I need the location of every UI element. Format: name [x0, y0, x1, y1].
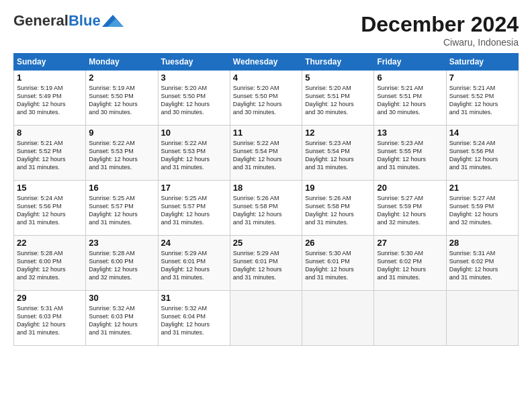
day-number: 14: [449, 128, 515, 138]
table-row: 24Sunrise: 5:29 AM Sunset: 6:01 PM Dayli…: [158, 236, 230, 291]
week-row-5: 29Sunrise: 5:31 AM Sunset: 6:03 PM Dayli…: [14, 291, 519, 346]
cell-text: Sunrise: 5:23 AM Sunset: 5:54 PM Dayligh…: [305, 139, 371, 172]
table-row: [374, 291, 446, 346]
cell-text: Sunrise: 5:30 AM Sunset: 6:02 PM Dayligh…: [377, 249, 443, 282]
table-row: [302, 291, 374, 346]
day-number: 12: [305, 128, 371, 138]
location: Ciwaru, Indonesia: [361, 37, 519, 48]
day-number: 22: [17, 238, 83, 248]
table-row: 17Sunrise: 5:25 AM Sunset: 5:57 PM Dayli…: [158, 181, 230, 236]
table-row: 9Sunrise: 5:22 AM Sunset: 5:53 PM Daylig…: [86, 126, 158, 181]
day-number: 26: [305, 238, 371, 248]
day-number: 18: [233, 183, 299, 193]
table-row: 16Sunrise: 5:25 AM Sunset: 5:57 PM Dayli…: [86, 181, 158, 236]
cell-text: Sunrise: 5:26 AM Sunset: 5:58 PM Dayligh…: [305, 194, 371, 227]
table-row: 7Sunrise: 5:21 AM Sunset: 5:52 PM Daylig…: [446, 71, 518, 126]
week-row-4: 22Sunrise: 5:28 AM Sunset: 6:00 PM Dayli…: [14, 236, 519, 291]
table-row: 15Sunrise: 5:24 AM Sunset: 5:56 PM Dayli…: [14, 181, 86, 236]
calendar: SundayMondayTuesdayWednesdayThursdayFrid…: [13, 53, 519, 346]
month-title: December 2024: [361, 12, 519, 37]
cell-text: Sunrise: 5:21 AM Sunset: 5:51 PM Dayligh…: [377, 84, 443, 117]
day-number: 23: [89, 238, 154, 248]
cell-text: Sunrise: 5:31 AM Sunset: 6:03 PM Dayligh…: [17, 304, 83, 337]
table-row: 19Sunrise: 5:26 AM Sunset: 5:58 PM Dayli…: [302, 181, 374, 236]
table-row: 3Sunrise: 5:20 AM Sunset: 5:50 PM Daylig…: [158, 71, 230, 126]
table-row: 29Sunrise: 5:31 AM Sunset: 6:03 PM Dayli…: [14, 291, 86, 346]
day-number: 20: [377, 183, 443, 193]
day-number: 11: [233, 128, 299, 138]
calendar-body: 1Sunrise: 5:19 AM Sunset: 5:49 PM Daylig…: [14, 71, 519, 346]
day-number: 16: [89, 183, 154, 193]
cell-text: Sunrise: 5:27 AM Sunset: 5:59 PM Dayligh…: [449, 194, 515, 227]
logo: GeneralBlue: [13, 12, 124, 30]
cell-text: Sunrise: 5:22 AM Sunset: 5:54 PM Dayligh…: [233, 139, 299, 172]
table-row: 12Sunrise: 5:23 AM Sunset: 5:54 PM Dayli…: [302, 126, 374, 181]
day-number: 31: [161, 293, 227, 303]
cell-text: Sunrise: 5:24 AM Sunset: 5:56 PM Dayligh…: [449, 139, 515, 172]
weekday-friday: Friday: [374, 54, 446, 71]
cell-text: Sunrise: 5:32 AM Sunset: 6:04 PM Dayligh…: [161, 304, 227, 337]
table-row: 8Sunrise: 5:21 AM Sunset: 5:52 PM Daylig…: [14, 126, 86, 181]
cell-text: Sunrise: 5:25 AM Sunset: 5:57 PM Dayligh…: [161, 194, 227, 227]
logo-text: GeneralBlue: [13, 12, 101, 30]
day-number: 10: [161, 128, 227, 138]
day-number: 3: [161, 73, 227, 83]
day-number: 17: [161, 183, 227, 193]
day-number: 2: [89, 73, 154, 83]
cell-text: Sunrise: 5:20 AM Sunset: 5:50 PM Dayligh…: [161, 84, 227, 117]
day-number: 6: [377, 73, 443, 83]
table-row: 27Sunrise: 5:30 AM Sunset: 6:02 PM Dayli…: [374, 236, 446, 291]
cell-text: Sunrise: 5:22 AM Sunset: 5:53 PM Dayligh…: [161, 139, 227, 172]
day-number: 15: [17, 183, 83, 193]
cell-text: Sunrise: 5:28 AM Sunset: 6:00 PM Dayligh…: [89, 249, 154, 282]
table-row: [230, 291, 302, 346]
day-number: 24: [161, 238, 227, 248]
cell-text: Sunrise: 5:29 AM Sunset: 6:01 PM Dayligh…: [233, 249, 299, 282]
header: GeneralBlue December 2024 Ciwaru, Indone…: [13, 12, 519, 48]
table-row: 20Sunrise: 5:27 AM Sunset: 5:59 PM Dayli…: [374, 181, 446, 236]
cell-text: Sunrise: 5:28 AM Sunset: 6:00 PM Dayligh…: [17, 249, 83, 282]
day-number: 9: [89, 128, 154, 138]
table-row: 11Sunrise: 5:22 AM Sunset: 5:54 PM Dayli…: [230, 126, 302, 181]
table-row: 14Sunrise: 5:24 AM Sunset: 5:56 PM Dayli…: [446, 126, 518, 181]
weekday-header-row: SundayMondayTuesdayWednesdayThursdayFrid…: [14, 54, 519, 71]
day-number: 29: [17, 293, 83, 303]
day-number: 27: [377, 238, 443, 248]
day-number: 8: [17, 128, 83, 138]
day-number: 1: [17, 73, 83, 83]
day-number: 7: [449, 73, 515, 83]
table-row: 21Sunrise: 5:27 AM Sunset: 5:59 PM Dayli…: [446, 181, 518, 236]
cell-text: Sunrise: 5:21 AM Sunset: 5:52 PM Dayligh…: [449, 84, 515, 117]
weekday-saturday: Saturday: [446, 54, 518, 71]
table-row: 1Sunrise: 5:19 AM Sunset: 5:49 PM Daylig…: [14, 71, 86, 126]
weekday-monday: Monday: [86, 54, 158, 71]
table-row: 25Sunrise: 5:29 AM Sunset: 6:01 PM Dayli…: [230, 236, 302, 291]
day-number: 28: [449, 238, 515, 248]
cell-text: Sunrise: 5:26 AM Sunset: 5:58 PM Dayligh…: [233, 194, 299, 227]
page: GeneralBlue December 2024 Ciwaru, Indone…: [0, 0, 532, 411]
day-number: 13: [377, 128, 443, 138]
table-row: 26Sunrise: 5:30 AM Sunset: 6:01 PM Dayli…: [302, 236, 374, 291]
day-number: 30: [89, 293, 154, 303]
day-number: 4: [233, 73, 299, 83]
table-row: 5Sunrise: 5:20 AM Sunset: 5:51 PM Daylig…: [302, 71, 374, 126]
day-number: 19: [305, 183, 371, 193]
table-row: 6Sunrise: 5:21 AM Sunset: 5:51 PM Daylig…: [374, 71, 446, 126]
week-row-1: 1Sunrise: 5:19 AM Sunset: 5:49 PM Daylig…: [14, 71, 519, 126]
logo-icon: [102, 15, 124, 27]
cell-text: Sunrise: 5:31 AM Sunset: 6:02 PM Dayligh…: [449, 249, 515, 282]
cell-text: Sunrise: 5:27 AM Sunset: 5:59 PM Dayligh…: [377, 194, 443, 227]
week-row-3: 15Sunrise: 5:24 AM Sunset: 5:56 PM Dayli…: [14, 181, 519, 236]
day-number: 21: [449, 183, 515, 193]
table-row: 23Sunrise: 5:28 AM Sunset: 6:00 PM Dayli…: [86, 236, 158, 291]
table-row: 30Sunrise: 5:32 AM Sunset: 6:03 PM Dayli…: [86, 291, 158, 346]
cell-text: Sunrise: 5:22 AM Sunset: 5:53 PM Dayligh…: [89, 139, 154, 172]
cell-text: Sunrise: 5:20 AM Sunset: 5:50 PM Dayligh…: [233, 84, 299, 117]
table-row: 10Sunrise: 5:22 AM Sunset: 5:53 PM Dayli…: [158, 126, 230, 181]
cell-text: Sunrise: 5:21 AM Sunset: 5:52 PM Dayligh…: [17, 139, 83, 172]
cell-text: Sunrise: 5:25 AM Sunset: 5:57 PM Dayligh…: [89, 194, 154, 227]
weekday-tuesday: Tuesday: [158, 54, 230, 71]
table-row: 4Sunrise: 5:20 AM Sunset: 5:50 PM Daylig…: [230, 71, 302, 126]
table-row: 22Sunrise: 5:28 AM Sunset: 6:00 PM Dayli…: [14, 236, 86, 291]
table-row: [446, 291, 518, 346]
